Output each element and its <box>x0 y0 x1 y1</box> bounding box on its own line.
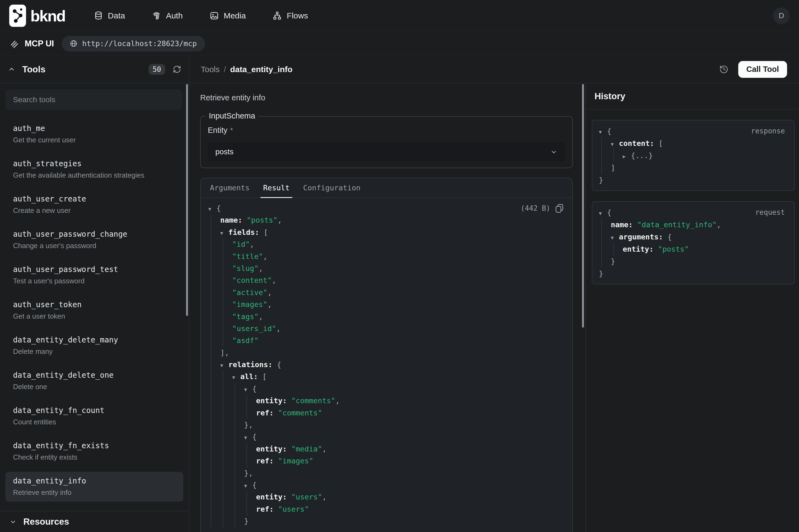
tool-list-item-data_entity_fn_count[interactable]: data_entity_fn_countCount entities <box>5 401 183 432</box>
content-area: auth_meGet the current userauth_strategi… <box>0 83 799 532</box>
tool-list-item-auth_user_password_test[interactable]: auth_user_password_testTest a user's pas… <box>5 260 183 291</box>
collapse-icon[interactable]: ▼ <box>611 138 619 150</box>
indent-guide <box>211 443 211 455</box>
expand-icon[interactable]: ▶ <box>623 150 631 163</box>
json-token: { <box>277 360 281 369</box>
tab-arguments[interactable]: Arguments <box>209 178 251 197</box>
result-panel: ArgumentsResultConfiguration ▼{(442 B)na… <box>200 177 573 532</box>
history-toggle-button[interactable] <box>719 65 728 74</box>
collapse-icon[interactable]: ▼ <box>244 384 252 396</box>
indent-guide <box>234 395 235 407</box>
json-line: }, <box>201 467 572 479</box>
main-scrollbar[interactable] <box>582 84 584 327</box>
indent-guide <box>211 287 211 299</box>
tool-list-item-data_entity_fn_exists[interactable]: data_entity_fn_existsCheck if entity exi… <box>5 437 183 467</box>
collapse-icon[interactable]: ▼ <box>220 360 228 372</box>
indent-guide <box>601 243 602 255</box>
tool-list-item-auth_strategies[interactable]: auth_strategiesGet the available authent… <box>5 155 183 185</box>
mcp-url-pill[interactable]: http://localhost:28623/mcp <box>61 36 205 52</box>
sidebar-scrollbar[interactable] <box>186 84 188 316</box>
nav-item-auth[interactable]: Auth <box>152 11 183 21</box>
copy-icon[interactable] <box>556 204 563 213</box>
indent-guide <box>223 250 223 263</box>
tool-name: auth_user_password_test <box>13 265 176 274</box>
meta-label: (442 B) <box>520 202 550 214</box>
indent-guide <box>247 503 247 515</box>
tool-list-item-auth_user_token[interactable]: auth_user_tokenGet a user token <box>5 296 183 326</box>
line-meta: response <box>751 125 785 137</box>
history-header: History <box>586 83 799 110</box>
indent-guide <box>223 238 223 250</box>
search-input[interactable] <box>5 90 182 110</box>
nav-item-data[interactable]: Data <box>94 11 125 21</box>
entity-select[interactable]: posts <box>208 142 565 162</box>
history-card-request[interactable]: ▼{requestname: "data_entity_info",▼argum… <box>592 201 795 284</box>
history-panel: History ▼{response▼content: [▶{...}]} ▼{… <box>585 83 799 532</box>
tool-list-item-data_entity_info[interactable]: data_entity_infoRetrieve entity info <box>5 472 183 501</box>
nav-item-label: Media <box>224 11 246 20</box>
nav-item-label: Auth <box>166 11 183 20</box>
indent-guide <box>234 479 235 491</box>
line-meta: (442 B) <box>520 202 563 214</box>
indent-guide <box>223 407 223 419</box>
json-token: , <box>267 288 272 297</box>
tool-list-item-auth_user_create[interactable]: auth_user_createCreate a new user <box>5 190 183 220</box>
tool-desc: Delete one <box>13 382 176 391</box>
tab-result[interactable]: Result <box>262 178 291 197</box>
json-token: { <box>252 384 256 393</box>
nav-item-media[interactable]: Media <box>209 11 246 21</box>
indent-guide <box>211 467 211 479</box>
bknd-logo-icon <box>9 5 26 27</box>
json-line: ▶{...} <box>597 149 789 162</box>
collapse-icon[interactable]: ▼ <box>244 432 252 443</box>
collapse-icon[interactable]: ▼ <box>220 227 228 239</box>
json-line: entity: "users", <box>201 491 572 503</box>
call-tool-button[interactable]: Call Tool <box>738 61 787 78</box>
collapse-icon[interactable]: ▼ <box>244 480 252 492</box>
brand-logo[interactable]: bknd <box>9 5 65 27</box>
indent-guide <box>223 395 223 407</box>
indent-guide <box>223 479 223 491</box>
header-row: Tools 50 Tools / data_entity_info <box>0 56 799 83</box>
workflow-icon <box>272 11 282 21</box>
json-token: , <box>322 493 326 501</box>
indent-guide <box>223 491 223 503</box>
collapse-icon[interactable]: ▼ <box>232 372 240 383</box>
nav-item-flows[interactable]: Flows <box>272 11 308 21</box>
entity-label-text: Entity <box>208 126 228 134</box>
mcp-title: MCP UI <box>25 39 54 49</box>
tool-desc: Count entities <box>13 418 176 426</box>
json-token: "id" <box>232 240 250 248</box>
indent-guide <box>223 431 223 443</box>
entity-field-label: Entity* <box>208 126 572 135</box>
tool-name: auth_user_token <box>13 300 176 310</box>
json-token: }, <box>244 469 253 477</box>
tool-list-item-data_entity_delete_one[interactable]: data_entity_delete_oneDelete one <box>5 366 183 396</box>
avatar[interactable]: D <box>773 7 790 24</box>
json-line: } <box>201 515 572 527</box>
collapse-icon[interactable]: ▼ <box>611 232 619 244</box>
json-line: ▼fields: [ <box>201 226 572 238</box>
resources-section-header[interactable]: Resources <box>0 511 189 532</box>
collapse-tools-button[interactable] <box>7 65 16 74</box>
indent-guide <box>223 503 223 515</box>
nav-item-label: Data <box>108 11 125 20</box>
json-token: { <box>252 433 256 441</box>
tool-list-item-data_entity_delete_many[interactable]: data_entity_delete_manyDelete many <box>5 331 183 361</box>
request-json-tree: ▼{requestname: "data_entity_info",▼argum… <box>597 205 789 280</box>
indent-guide <box>234 455 235 467</box>
collapse-icon[interactable]: ▼ <box>599 207 607 220</box>
tool-list-item-auth_me[interactable]: auth_meGet the current user <box>5 119 183 150</box>
history-card-response[interactable]: ▼{response▼content: [▶{...}]} <box>592 120 795 191</box>
brand-name: bknd <box>31 7 65 25</box>
collapse-icon[interactable]: ▼ <box>208 203 216 215</box>
collapse-icon[interactable]: ▼ <box>599 126 607 138</box>
json-token: content: <box>619 139 659 148</box>
json-token: entity: <box>256 396 291 405</box>
breadcrumb-tools-link[interactable]: Tools <box>201 65 220 74</box>
tool-list-item-auth_user_password_change[interactable]: auth_user_password_changeChange a user's… <box>5 225 183 255</box>
refresh-tools-button[interactable] <box>173 65 181 74</box>
json-line: ref: "users" <box>201 503 572 515</box>
tab-configuration[interactable]: Configuration <box>302 178 362 197</box>
json-token: } <box>599 176 603 184</box>
